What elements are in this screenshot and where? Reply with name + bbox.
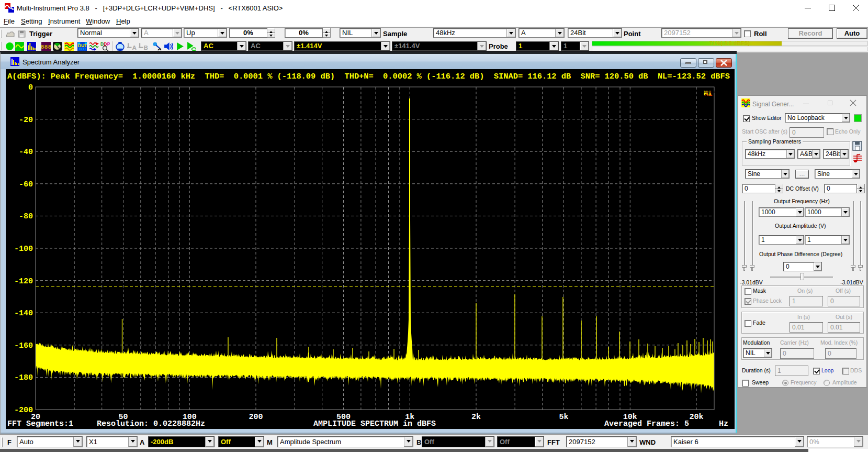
svg-text:A(dBFS): Peak Frequency= 1.00: A(dBFS): Peak Frequency= 1.0000160 kHz T… [7, 72, 730, 81]
svg-text:Mi: Mi [704, 90, 712, 97]
svg-text:Averaged Frames: 5: Averaged Frames: 5 [604, 420, 689, 428]
svg-text:888: 888 [41, 43, 51, 50]
svg-text:Hz: Hz [719, 420, 728, 428]
svg-text:A: A [132, 44, 137, 51]
svg-text:-200: -200 [14, 406, 33, 415]
svg-text:-180: -180 [14, 373, 33, 382]
svg-text:-60: -60 [19, 180, 33, 189]
svg-text:5k: 5k [559, 413, 568, 422]
svg-text:-40: -40 [19, 148, 33, 157]
svg-text:200: 200 [249, 413, 263, 422]
svg-text:-20: -20 [19, 116, 33, 125]
svg-text:0: 0 [28, 83, 33, 92]
svg-text:FFT Segments:1: FFT Segments:1 [7, 420, 73, 428]
svg-text:000: 000 [79, 47, 85, 51]
svg-text:AMPLITUDE SPECTRUM in dBFS: AMPLITUDE SPECTRUM in dBFS [313, 420, 436, 428]
svg-text:P: P [107, 42, 110, 47]
svg-text:-100: -100 [14, 245, 33, 253]
svg-text:B: B [144, 44, 148, 51]
svg-text:-140: -140 [14, 309, 33, 318]
svg-text:20k: 20k [689, 413, 703, 422]
svg-text:Resolution: 0.0228882Hz: Resolution: 0.0228882Hz [97, 420, 205, 428]
svg-text:D: D [100, 42, 104, 47]
svg-text:-80: -80 [19, 212, 33, 221]
svg-text:-160: -160 [14, 341, 33, 350]
svg-text:2k: 2k [471, 413, 481, 422]
svg-text:-120: -120 [14, 277, 33, 286]
